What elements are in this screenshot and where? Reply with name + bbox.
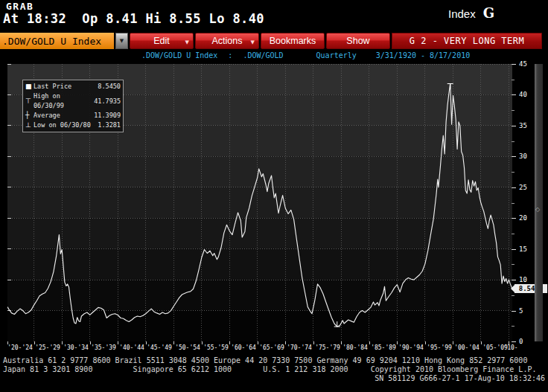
y-axis-label: 35 [519,122,527,129]
actions-button[interactable]: Actions ▼ [195,33,259,49]
actions-button-label: Actions [212,36,243,46]
last-price-marker-icon: ■ [25,82,34,91]
chart-band [7,311,512,341]
legend-value: 1.3281 [98,121,121,130]
x-axis-label: '00-'04 [452,344,482,351]
y-axis-tick [512,249,516,250]
x-axis-label: '65-'69 [257,344,287,351]
y-axis-minor-tick [512,234,514,234]
legend-row-high: ⊤ High on 06/30/99 41.7935 [25,91,121,111]
y-axis-label: 10 [519,276,527,283]
footer-serial-line: SN 581129 G666-27-1 17-Aug-10 18:32:46 [3,374,547,382]
y-axis-tick [512,126,516,126]
y-axis-minor-tick [512,264,514,265]
show-button[interactable]: Show [326,33,390,49]
legend-row-last-price: ■ Last Price 8.5450 [25,82,121,91]
y-axis-minor-tick [512,80,514,80]
bookmarks-button-label: Bookmarks [270,36,316,46]
x-axis-label: '45-'49 [144,344,174,351]
y-axis-minor-tick [512,110,514,111]
x-axis-label: '90-'94 [396,344,426,351]
y-axis-tick [512,341,516,342]
chart-band [7,249,512,280]
legend-value: 41.7935 [94,97,121,106]
quote-summary-line: At 18:32 Op 8.41 Hi 8.55 Lo 8.40 [3,11,264,26]
y-axis-tick [512,311,516,312]
chart-legend[interactable]: ■ Last Price 8.5450 ⊤ High on 06/30/99 4… [22,80,124,132]
chevron-down-icon: ▼ [251,39,255,45]
average-marker-icon: ┼ [25,111,34,121]
high-marker-icon: ⊤ [25,97,34,106]
y-axis-minor-tick [512,172,514,173]
legend-row-low: ⊥ Low on 06/30/80 1.3281 [25,121,121,130]
legend-value: 8.5450 [98,82,121,91]
x-axis-label: '40-'44 [117,344,147,351]
y-axis-tick [512,218,516,219]
ticker-dropdown-button[interactable]: ▼ [115,33,128,49]
y-axis-label: 45 [519,60,527,68]
footer-copyright-line: Japan 81 3 3201 8900 Singapore 65 6212 1… [3,365,547,373]
x-axis-label: '35-'39 [89,344,118,351]
x-axis-label: '70-'74 [284,344,314,351]
app-label: GRAB [6,1,34,12]
x-axis-label: '55-'59 [201,344,231,351]
x-axis-label: '20-'24 [5,344,35,351]
y-axis-tick [512,94,516,95]
chart-date-range[interactable]: 3/31/1920 - 8/17/2010 [376,51,470,60]
y-axis-tick [512,187,516,188]
function-key: G [483,5,494,21]
x-axis-label: '60-'64 [229,344,258,351]
chart-subtitle: .DOW/GOLD U Index : .DOW/GOLD Quarterly … [141,51,470,60]
y-axis-label: 15 [519,245,527,253]
x-axis-label: '95-'99 [424,344,454,351]
y-axis-minor-tick [512,295,514,296]
legend-label: Last Price [34,82,98,91]
x-axis-label: '75-'79 [313,344,342,351]
edit-button[interactable]: Edit ▼ [130,33,194,49]
y-axis-tick [512,280,516,280]
x-axis-label: '50-'54 [173,344,203,351]
x-axis-label: '85-'89 [369,344,398,351]
chevron-down-icon: ▼ [120,38,124,44]
security-ticker: .DOW/GOLD [243,51,283,60]
x-axis-label: '80-'84 [340,344,370,351]
footer-contact-line: Australia 61 2 9777 8600 Brazil 5511 304… [3,356,547,364]
y-axis-tick [512,64,516,65]
x-axis-label: '25-'29 [33,344,63,351]
y-axis-tick [512,156,516,157]
y-axis-minor-tick [512,326,514,327]
security-name: .DOW/GOLD U Index [141,51,217,60]
x-axis-label: '10- [496,344,526,351]
scrollbar-grip-icon: ◇ [535,206,540,213]
legend-row-average: ┼ Average 11.3909 [25,111,121,121]
y-axis-label: 5 [519,307,523,315]
legend-label: Low on 06/30/80 [34,121,98,130]
chart-period[interactable]: Quarterly [316,51,357,60]
chart-band [7,218,512,248]
chart-band [7,280,512,310]
show-button-label: Show [346,36,369,46]
legend-label: High on 06/30/99 [34,91,94,111]
chart-scrollbar[interactable]: ◇ [535,64,543,341]
terminal-context: IndexG [448,5,494,21]
y-axis-label: 40 [519,91,527,98]
bloomberg-terminal-screen: GRAB At 18:32 Op 8.41 Hi 8.55 Lo 8.40 In… [0,0,548,392]
x-axis-label: '30-'34 [61,344,91,351]
legend-label: Average [34,111,94,121]
bookmarks-button[interactable]: Bookmarks [261,33,325,49]
index-label: Index [448,7,476,20]
y-axis-minor-tick [512,203,514,204]
ticker-input[interactable]: .DOW/GOLD U Index [0,33,114,49]
y-axis-label: 25 [519,184,527,191]
legend-value: 11.3909 [94,111,121,121]
y-axis-minor-tick [512,141,514,142]
chevron-down-icon: ▼ [185,39,189,45]
low-marker-icon: ⊥ [25,121,34,130]
edit-button-label: Edit [153,36,170,46]
subtitle-colon: : [228,51,232,60]
y-axis-label: 30 [519,152,527,160]
screen-title-panel: G 2 - VERY LONG TERM [392,33,542,49]
y-axis-label: 20 [519,214,527,222]
